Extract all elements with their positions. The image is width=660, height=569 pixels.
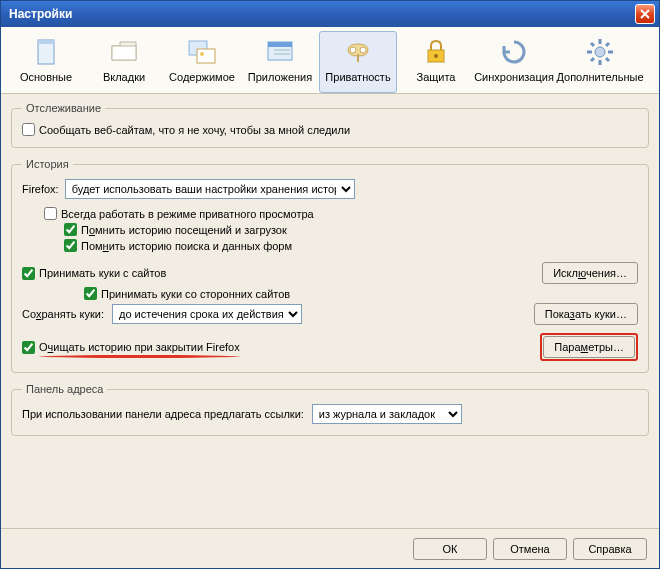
close-button[interactable] — [635, 4, 655, 24]
addressbar-legend: Панель адреса — [22, 383, 107, 395]
titlebar-buttons — [635, 4, 655, 24]
settings-window: Настройки Основные Вкладки Содержимое Пр… — [0, 0, 660, 569]
always-private-label: Всегда работать в режиме приватного прос… — [61, 208, 314, 220]
addressbar-group: Панель адреса При использовании панели а… — [11, 383, 649, 436]
dnt-label: Сообщать веб-сайтам, что я не хочу, чтоб… — [39, 124, 350, 136]
svg-line-23 — [591, 58, 594, 61]
exceptions-button[interactable]: Исключения… — [542, 262, 638, 284]
clear-on-close-label: Очищать историю при закрытии Firefox — [39, 341, 240, 353]
toolbar: Основные Вкладки Содержимое Приложения П… — [1, 27, 659, 94]
tab-general[interactable]: Основные — [7, 31, 85, 93]
accept-cookies-label: Принимать куки с сайтов — [39, 267, 166, 279]
svg-rect-1 — [38, 40, 54, 44]
tab-label: Вкладки — [103, 71, 145, 83]
svg-point-10 — [350, 47, 356, 53]
svg-line-21 — [606, 58, 609, 61]
suggest-select[interactable]: из журнала и закладок — [312, 404, 462, 424]
tab-label: Защита — [417, 71, 456, 83]
svg-point-5 — [200, 52, 204, 56]
history-legend: История — [22, 158, 73, 170]
svg-point-15 — [595, 47, 605, 57]
tab-label: Приватность — [325, 71, 390, 83]
svg-point-11 — [360, 47, 366, 53]
tab-label: Основные — [20, 71, 72, 83]
window-title: Настройки — [9, 7, 72, 21]
advanced-icon — [584, 36, 616, 68]
svg-point-14 — [434, 54, 438, 58]
history-group: История Firefox: будет использовать ваши… — [11, 158, 649, 373]
dnt-checkbox[interactable] — [22, 123, 35, 136]
firefox-label: Firefox: — [22, 183, 59, 195]
svg-rect-4 — [197, 49, 215, 63]
privacy-icon — [342, 36, 374, 68]
apps-icon — [264, 36, 296, 68]
tab-label: Содержимое — [169, 71, 235, 83]
tracking-group: Отслеживание Сообщать веб-сайтам, что я … — [11, 102, 649, 148]
svg-rect-12 — [357, 54, 359, 62]
sync-icon — [498, 36, 530, 68]
tab-apps[interactable]: Приложения — [241, 31, 319, 93]
content-icon — [186, 36, 218, 68]
remember-search-label: Помнить историю поиска и данных форм — [81, 240, 292, 252]
close-icon — [640, 9, 650, 19]
tabs-icon — [108, 36, 140, 68]
tab-tabs[interactable]: Вкладки — [85, 31, 163, 93]
svg-line-20 — [591, 43, 594, 46]
tab-sync[interactable]: Синхронизация — [475, 31, 553, 93]
tab-label: Синхронизация — [474, 71, 554, 83]
third-party-label: Принимать куки со сторонних сайтов — [101, 288, 290, 300]
svg-rect-2 — [112, 46, 136, 60]
svg-rect-7 — [268, 42, 292, 47]
suggest-label: При использовании панели адреса предлага… — [22, 408, 304, 420]
history-mode-select[interactable]: будет использовать ваши настройки хранен… — [65, 179, 355, 199]
footer: ОК Отмена Справка — [1, 528, 659, 568]
tab-label: Дополнительные — [556, 71, 643, 83]
parameters-highlight: Параметры… — [540, 333, 638, 361]
tab-content[interactable]: Содержимое — [163, 31, 241, 93]
tracking-legend: Отслеживание — [22, 102, 105, 114]
keep-cookies-label: Сохранять куки: — [22, 308, 104, 320]
third-party-checkbox[interactable] — [84, 287, 97, 300]
titlebar: Настройки — [1, 1, 659, 27]
svg-line-22 — [606, 43, 609, 46]
accept-cookies-checkbox[interactable] — [22, 267, 35, 280]
show-cookies-button[interactable]: Показать куки… — [534, 303, 638, 325]
help-button[interactable]: Справка — [573, 538, 647, 560]
parameters-button[interactable]: Параметры… — [543, 336, 635, 358]
cancel-button[interactable]: Отмена — [493, 538, 567, 560]
security-icon — [420, 36, 452, 68]
tab-security[interactable]: Защита — [397, 31, 475, 93]
tab-label: Приложения — [248, 71, 312, 83]
keep-cookies-select[interactable]: до истечения срока их действия — [112, 304, 302, 324]
remember-visits-checkbox[interactable] — [64, 223, 77, 236]
clear-on-close-checkbox[interactable] — [22, 341, 35, 354]
content-area: Отслеживание Сообщать веб-сайтам, что я … — [1, 94, 659, 528]
ok-button[interactable]: ОК — [413, 538, 487, 560]
remember-search-checkbox[interactable] — [64, 239, 77, 252]
tab-advanced[interactable]: Дополнительные — [553, 31, 647, 93]
general-icon — [30, 36, 62, 68]
remember-visits-label: Помнить историю посещений и загрузок — [81, 224, 287, 236]
tab-privacy[interactable]: Приватность — [319, 31, 397, 93]
always-private-checkbox[interactable] — [44, 207, 57, 220]
